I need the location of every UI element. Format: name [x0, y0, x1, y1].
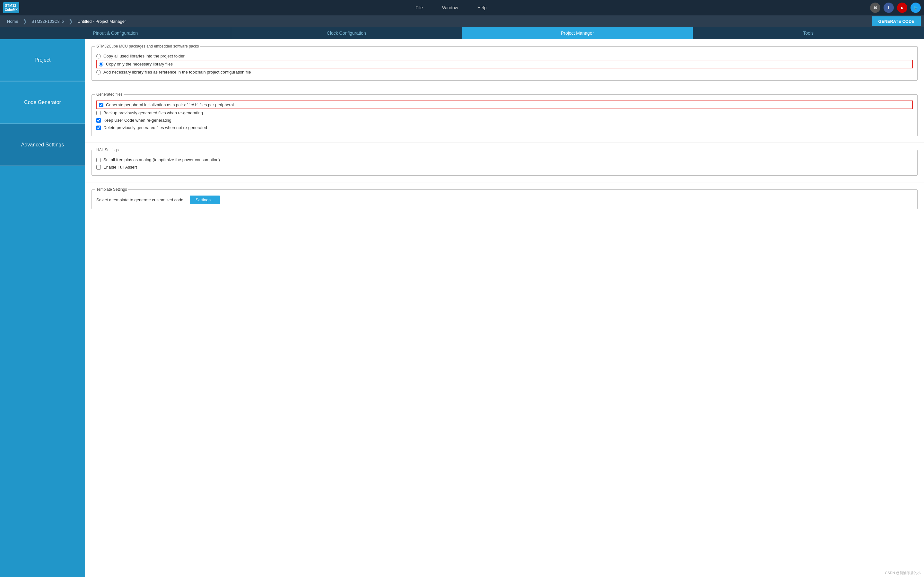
tab-project-manager[interactable]: Project Manager	[462, 27, 693, 39]
gen-option-2-row: Keep User Code when re-generating	[96, 116, 913, 124]
watermark: CSDN @初油茅盾的小	[885, 571, 921, 575]
main-layout: Project Code Generator Advanced Settings…	[0, 39, 924, 577]
tab-clock[interactable]: Clock Configuration	[231, 27, 462, 39]
sidebar: Project Code Generator Advanced Settings	[0, 39, 85, 577]
gen-checkbox-3[interactable]	[96, 126, 101, 130]
gen-label-0: Generate peripheral initialization as a …	[106, 102, 234, 107]
mcu-section: STM32Cube MCU packages and embedded soft…	[85, 39, 924, 87]
generated-files-group: Generated files Generate peripheral init…	[92, 94, 918, 136]
gen-checkbox-0[interactable]	[99, 103, 103, 107]
sidebar-item-advanced-settings[interactable]: Advanced Settings	[0, 124, 85, 166]
mcu-label-1: Copy only the necessary library files	[106, 62, 173, 66]
menu-help[interactable]: Help	[477, 3, 487, 12]
breadcrumb-board[interactable]: STM32F103C8Tx	[27, 15, 68, 27]
hal-checkbox-1[interactable]	[96, 165, 101, 169]
mcu-radio-2[interactable]	[96, 70, 101, 74]
twitter-icon[interactable]: 🐦	[911, 3, 921, 13]
breadcrumb-arrow-2: ❯	[69, 18, 73, 24]
breadcrumb-project[interactable]: Untitled - Project Manager	[74, 15, 130, 27]
mcu-option-2: Add necessary library files as reference…	[96, 68, 913, 76]
menu-window[interactable]: Window	[442, 3, 458, 12]
mcu-radio-1[interactable]	[99, 62, 103, 66]
top-bar: STM32 CubeMX File Window Help 10 f ▶ 🐦	[0, 0, 924, 15]
template-group: Template Settings Select a template to g…	[92, 189, 918, 209]
hal-label-0: Set all free pins as analog (to optimize…	[103, 157, 220, 162]
mcu-option-1: Copy only the necessary library files	[96, 60, 913, 68]
mcu-option-0: Copy all used libraries into the project…	[96, 52, 913, 60]
version-icon: 10	[870, 3, 881, 13]
mcu-label-2: Add necessary library files as reference…	[103, 70, 251, 74]
template-label: Select a template to generate customized…	[96, 197, 184, 202]
template-title: Template Settings	[95, 187, 128, 192]
gen-checkbox-1[interactable]	[96, 111, 101, 115]
sidebar-item-project[interactable]: Project	[0, 39, 85, 81]
tab-tools[interactable]: Tools	[693, 27, 924, 39]
gen-checkbox-2[interactable]	[96, 118, 101, 122]
gen-label-3: Delete previously generated files when n…	[103, 125, 207, 130]
menu-bar: File Window Help	[32, 3, 870, 12]
logo-area: STM32 CubeMX	[3, 2, 19, 13]
gen-option-1-row: Backup previously generated files when r…	[96, 109, 913, 116]
hal-group: HAL Settings Set all free pins as analog…	[92, 150, 918, 176]
generated-files-title: Generated files	[95, 92, 124, 97]
facebook-icon[interactable]: f	[884, 3, 894, 13]
hal-option-1-row: Enable Full Assert	[96, 163, 913, 171]
logo: STM32 CubeMX	[3, 2, 19, 13]
hal-settings-section: HAL Settings Set all free pins as analog…	[85, 143, 924, 182]
breadcrumb-bar: Home ❯ STM32F103C8Tx ❯ Untitled - Projec…	[0, 15, 924, 27]
template-settings-section: Template Settings Select a template to g…	[85, 182, 924, 216]
sidebar-item-code-generator[interactable]: Code Generator	[0, 82, 85, 123]
tab-bar: Pinout & Configuration Clock Configurati…	[0, 27, 924, 39]
gen-label-2: Keep User Code when re-generating	[103, 118, 171, 122]
hal-checkbox-0[interactable]	[96, 158, 101, 162]
breadcrumb-home[interactable]: Home	[3, 15, 22, 27]
top-icons: 10 f ▶ 🐦	[870, 3, 921, 13]
hal-label-1: Enable Full Assert	[103, 165, 137, 169]
gen-option-0-row: Generate peripheral initialization as a …	[96, 100, 913, 109]
mcu-group-title: STM32Cube MCU packages and embedded soft…	[95, 44, 200, 48]
hal-title: HAL Settings	[95, 148, 120, 152]
youtube-icon[interactable]: ▶	[897, 3, 907, 13]
generate-code-button[interactable]: GENERATE CODE	[872, 16, 921, 26]
mcu-group: STM32Cube MCU packages and embedded soft…	[92, 46, 918, 81]
template-settings-button[interactable]: Settings...	[190, 195, 220, 204]
tab-pinout[interactable]: Pinout & Configuration	[0, 27, 231, 39]
generated-files-section: Generated files Generate peripheral init…	[85, 87, 924, 143]
hal-option-0-row: Set all free pins as analog (to optimize…	[96, 156, 913, 163]
gen-option-3-row: Delete previously generated files when n…	[96, 124, 913, 131]
breadcrumb-arrow-1: ❯	[23, 18, 27, 24]
menu-file[interactable]: File	[415, 3, 423, 12]
mcu-radio-0[interactable]	[96, 54, 101, 58]
mcu-label-0: Copy all used libraries into the project…	[103, 54, 185, 58]
gen-label-1: Backup previously generated files when r…	[103, 110, 203, 115]
content-area: STM32Cube MCU packages and embedded soft…	[85, 39, 924, 577]
